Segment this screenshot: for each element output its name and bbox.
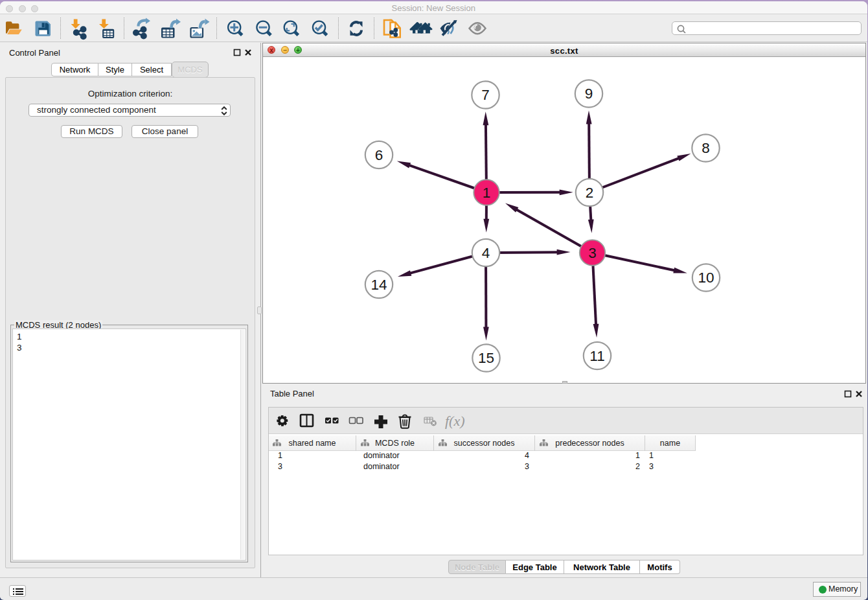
svg-text:f(x): f(x) <box>445 413 465 429</box>
svg-text:2: 2 <box>586 185 594 201</box>
svg-text:6: 6 <box>375 147 383 163</box>
svg-text:8: 8 <box>702 140 710 156</box>
svg-text:11: 11 <box>589 348 604 364</box>
svg-text:9: 9 <box>585 86 593 102</box>
svg-text:7: 7 <box>481 87 490 103</box>
svg-text:10: 10 <box>698 270 714 286</box>
svg-text:14: 14 <box>371 277 387 293</box>
svg-text:1: 1 <box>483 185 491 201</box>
svg-text:4: 4 <box>482 245 490 261</box>
svg-text:15: 15 <box>478 350 494 366</box>
svg-text:3: 3 <box>588 245 597 261</box>
